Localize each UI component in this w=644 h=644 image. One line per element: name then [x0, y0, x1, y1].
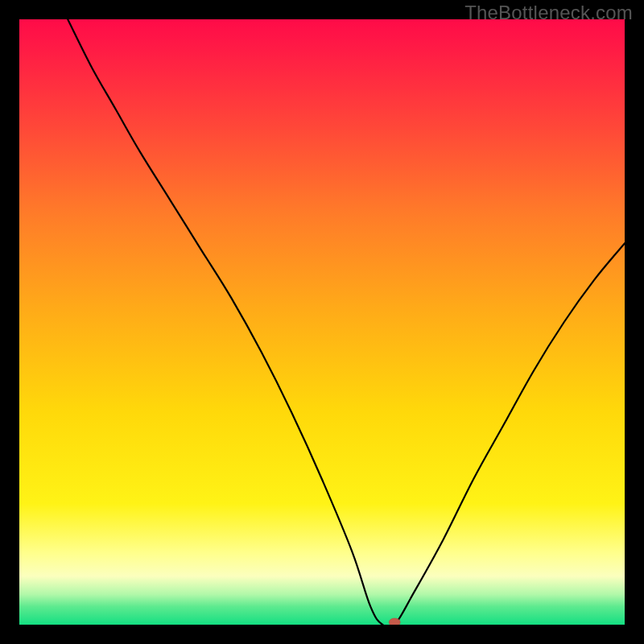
curve-svg: [19, 19, 625, 625]
optimal-point-marker: [389, 618, 400, 625]
watermark-text: TheBottleneck.com: [464, 2, 633, 24]
chart-frame: TheBottleneck.com: [0, 0, 644, 644]
bottleneck-curve-path: [68, 19, 625, 625]
plot-area: [19, 19, 625, 625]
